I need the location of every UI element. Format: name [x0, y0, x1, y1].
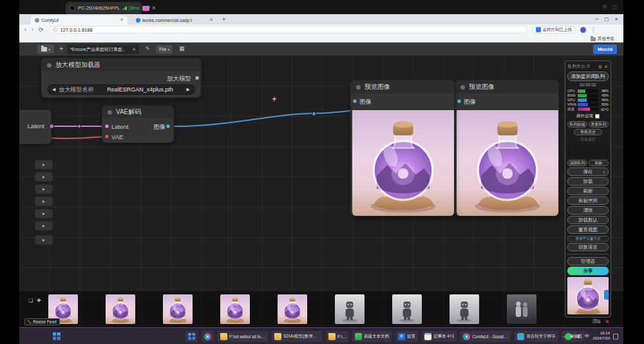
collapsed-node-6[interactable]: ▸ — [35, 221, 53, 231]
collapse-dot-icon[interactable] — [47, 63, 52, 68]
rdp-settings-icon[interactable]: ⚙ — [602, 4, 607, 10]
sidebar-load-default-button[interactable]: 加载默认 — [567, 216, 609, 224]
view-queue-button[interactable]: 查看队列 — [589, 121, 609, 128]
reload-icon[interactable]: ⟳ — [39, 26, 44, 33]
tray-icon-a[interactable]: ▣ — [570, 334, 574, 339]
collapsed-node-4[interactable]: ▸ — [35, 196, 53, 206]
feed-pin-icon[interactable]: ✚ — [37, 298, 41, 303]
share-button[interactable]: 分享 — [567, 267, 609, 275]
queue-size-header[interactable]: 队列大小: 0 ⚙ ✕ — [567, 63, 609, 72]
taskbar-item-folder-models[interactable]: SD\AI模型(整理好)下载 — [272, 331, 322, 342]
link-mid-dot[interactable] — [77, 124, 81, 128]
back-icon[interactable]: ‹ — [24, 26, 26, 33]
feed-thumbnail-6[interactable] — [335, 294, 365, 324]
vae-decode-node[interactable]: VAE解码 Latent VAE 图像 — [102, 106, 174, 143]
address-bar[interactable]: ⓘ 127.0.0.1:8188 — [49, 26, 527, 33]
tray-icon-b[interactable]: ◧ — [577, 334, 582, 339]
preview-image-node-2[interactable]: 预览图像 图像 — [455, 80, 559, 216]
notification-center-icon[interactable] — [613, 334, 618, 339]
switch-language-button[interactable]: 切换语言 — [567, 243, 609, 251]
browser-menu-icon[interactable]: ⋮ — [591, 27, 596, 33]
site-info-icon[interactable]: ⓘ — [53, 26, 58, 33]
taskbar-item-folder-sdwebui[interactable]: F:\sd webui sd full web... — [218, 331, 268, 342]
preview-image-node-1[interactable]: 预览图像 图像 — [350, 80, 455, 216]
manager-button[interactable]: 管理器 — [567, 257, 609, 265]
image-output-dot[interactable] — [166, 124, 171, 129]
node-title-bar[interactable]: 预览图像 — [351, 81, 454, 93]
feed-thumbnail-8[interactable] — [450, 294, 479, 324]
image-input-dot-1[interactable] — [352, 99, 357, 104]
feed-clear-button[interactable]: 清除 — [592, 318, 601, 325]
refresh-queue-button[interactable]: 刷新 — [589, 160, 609, 166]
edit-icon[interactable]: ✎ — [146, 46, 150, 52]
feed-thumbnail-7[interactable] — [392, 294, 422, 324]
resize-feed-button[interactable]: ⤡ Resize Feed — [24, 318, 60, 325]
new-session-button[interactable]: + — [147, 5, 151, 11]
latent-output-dot[interactable] — [49, 124, 54, 129]
latent-source-node[interactable]: Latent — [19, 110, 52, 144]
sidebar-clipspace-button[interactable]: 剪贴空间 — [567, 196, 609, 205]
settings-gear-icon[interactable]: ⚙ — [598, 64, 602, 70]
collapsed-node-5[interactable]: ▸ — [35, 209, 53, 218]
collapsed-node-1[interactable]: ▸ — [35, 160, 53, 169]
sidebar-clear-button[interactable]: 清除 — [567, 206, 609, 215]
taskbar-clock[interactable]: 16:14 2024/7/20 — [592, 331, 610, 341]
collapse-dot-icon[interactable] — [108, 110, 112, 115]
session-close-icon[interactable]: ✕ — [152, 6, 156, 11]
right-arrow-icon[interactable]: ▶ — [187, 87, 190, 92]
view-history-button[interactable]: 查看历史 — [574, 129, 603, 135]
remote-session-tab[interactable]: PC-20240625HFPL 28ms ✕ — [66, 2, 142, 14]
new-workflow-button[interactable]: + — [59, 45, 63, 52]
browser-tab-comfyui[interactable]: ComfyUI ✕ — [31, 15, 128, 24]
collapsed-node-7[interactable]: ▸ — [35, 235, 53, 245]
tab-close-icon[interactable]: ✕ — [120, 17, 124, 23]
collapsed-node-3[interactable]: ▸ — [35, 184, 53, 194]
vae-input-dot[interactable] — [104, 134, 109, 139]
taskbar-item-folder-f[interactable]: F:\... — [326, 331, 348, 342]
clear-queue-button[interactable]: 清除队列 — [567, 160, 587, 166]
rdp-fullscreen-icon[interactable]: ▢ — [612, 4, 617, 10]
tray-collapse-icon[interactable]: ︿ — [562, 333, 567, 339]
feed-thumbnail-2[interactable] — [106, 294, 135, 324]
upscale-model-output-dot[interactable] — [194, 75, 200, 81]
close-icon[interactable]: ✕ — [614, 17, 618, 22]
browser-tab-2[interactable]: works.commercial.cadp.t ✕ — [132, 15, 217, 24]
taskbar-item-textdoc[interactable]: 新建文本文档 — [352, 331, 392, 342]
feed-thumbnail-5[interactable] — [278, 294, 307, 324]
taskbar-item-settings[interactable]: ⚙设置 — [395, 331, 418, 342]
queue-front-button[interactable]: 队列前端 — [567, 121, 587, 128]
other-bookmarks-button[interactable]: 其他书签 — [591, 36, 614, 42]
node-title-bar[interactable]: VAE解码 — [102, 106, 173, 118]
feed-thumbnail-3[interactable] — [163, 294, 193, 324]
sidebar-reset-view-button[interactable]: 重置视图 — [567, 225, 609, 234]
image-input-dot-2[interactable] — [457, 99, 462, 104]
latest-output-thumbnail[interactable] — [567, 277, 609, 314]
sidebar-refresh-button[interactable]: 刷新 — [567, 187, 609, 195]
feed-thumbnail-9[interactable] — [507, 294, 536, 324]
new-tab-button[interactable]: + — [222, 16, 225, 23]
taskbar-item-win[interactable] — [185, 331, 198, 342]
queue-prompt-button[interactable]: 添加提示词队列 — [567, 72, 609, 81]
node-canvas[interactable]: Latent 放大模型加载器 放大模型 ◀ 放大模型名称 RealESRGAN_… — [19, 55, 623, 327]
sidebar-save-button[interactable]: 保存▾ — [567, 167, 609, 176]
link-mid-dot[interactable] — [312, 111, 316, 116]
sidebar-load-button[interactable]: 加载 — [567, 177, 609, 186]
collapsed-node-2[interactable]: ▸ — [35, 172, 53, 182]
extra-options-checkbox[interactable] — [595, 114, 600, 119]
forward-icon[interactable]: › — [32, 26, 33, 33]
workflow-folder-button[interactable]: ▾ — [37, 44, 54, 53]
feed-grid-icon[interactable]: ❏ — [28, 298, 33, 303]
taskbar-item-comfyui-chrome[interactable]: ComfyUI - Google Chro... — [460, 331, 511, 342]
file-menu-button[interactable]: File ▾ — [156, 45, 173, 53]
maximize-icon[interactable]: ▢ — [605, 17, 609, 22]
workflow-close-icon[interactable]: ✕ — [132, 47, 136, 52]
node-title-bar[interactable]: 预览图像 — [455, 81, 558, 93]
collapse-dot-icon[interactable] — [356, 85, 361, 90]
taskbar-item-chrome[interactable] — [202, 331, 214, 342]
taskbar-item-voice-tool[interactable]: 语音转文字帮手 — [515, 331, 558, 342]
tab-close-icon[interactable]: ✕ — [209, 17, 213, 23]
collapse-dot-icon[interactable] — [460, 85, 465, 90]
thumbnail-badge[interactable] — [604, 290, 609, 300]
language-pack-note[interactable]: 简体中文版节点 — [567, 236, 609, 242]
workflow-tab[interactable]: *Encore产品草图转订单图.. ✕ — [67, 44, 139, 54]
